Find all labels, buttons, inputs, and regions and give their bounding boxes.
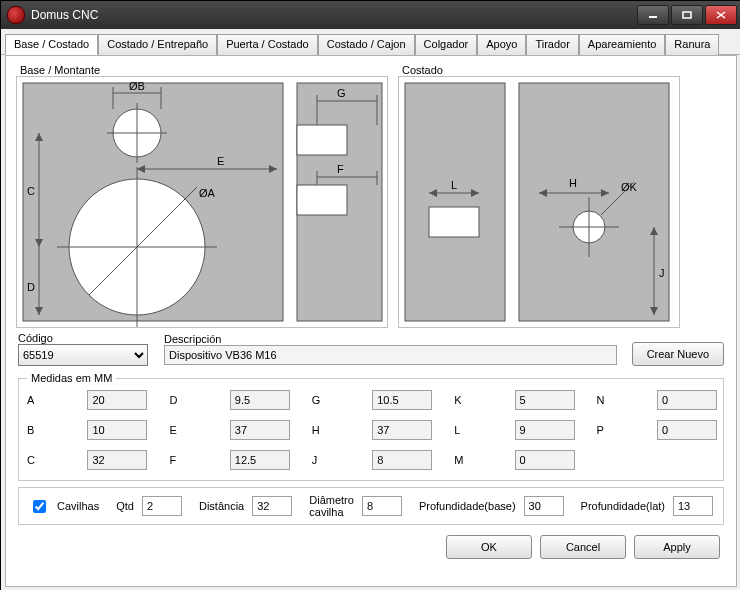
dim-L: L: [451, 179, 457, 191]
diagram-right-label: Costado: [398, 64, 680, 76]
tab-puerta-costado[interactable]: Puerta / Costado: [217, 34, 318, 55]
descripcion-label: Descripción: [164, 333, 626, 345]
cavilhas-checkbox[interactable]: [33, 500, 46, 513]
lbl-D: D: [169, 394, 183, 406]
prof-base-label: Profundidade(base): [419, 500, 516, 512]
dim-F: F: [337, 163, 344, 175]
field-M[interactable]: [515, 450, 575, 470]
ok-button[interactable]: OK: [446, 535, 532, 559]
svg-rect-33: [519, 83, 669, 321]
diagram-left-label: Base / Montante: [16, 64, 388, 76]
medidas-fieldset: Medidas em MM A D G K N B E H L P C F J …: [18, 372, 724, 481]
lbl-K: K: [454, 394, 468, 406]
tab-base-costado[interactable]: Base / Costado: [5, 34, 98, 55]
lbl-L: L: [454, 424, 468, 436]
diagram-costado: Costado L: [398, 64, 680, 328]
lbl-A: A: [27, 394, 41, 406]
cancel-button[interactable]: Cancel: [540, 535, 626, 559]
codigo-select[interactable]: 65519: [18, 344, 148, 366]
tab-apoyo[interactable]: Apoyo: [477, 34, 526, 55]
field-N[interactable]: [657, 390, 717, 410]
lbl-F: F: [169, 454, 183, 466]
qtd-label: Qtd: [116, 500, 134, 512]
dialog-footer: OK Cancel Apply: [12, 525, 730, 567]
lbl-E: E: [169, 424, 183, 436]
cavilhas-row: Cavilhas Qtd Distância Diâmetro cavilha …: [18, 487, 724, 525]
svg-rect-25: [297, 185, 347, 215]
field-J[interactable]: [372, 450, 432, 470]
dim-K: ØK: [621, 181, 638, 193]
code-desc-row: Código 65519 Descripción Crear Nuevo: [12, 332, 730, 366]
dim-H: H: [569, 177, 577, 189]
tab-costado-cajon[interactable]: Costado / Cajon: [318, 34, 415, 55]
codigo-label: Código: [18, 332, 158, 344]
app-window: Domus CNC Base / Costado Costado / Entre…: [0, 0, 740, 590]
field-P[interactable]: [657, 420, 717, 440]
lbl-N: N: [597, 394, 611, 406]
field-C[interactable]: [87, 450, 147, 470]
diagram-left-svg: ØB ØA C D E: [16, 76, 388, 328]
medidas-legend: Medidas em MM: [27, 372, 116, 384]
tab-costado-entrepano[interactable]: Costado / Entrepaño: [98, 34, 217, 55]
dim-A: ØA: [199, 187, 216, 199]
tab-tirador[interactable]: Tirador: [526, 34, 578, 55]
svg-rect-32: [405, 83, 505, 321]
minimize-button[interactable]: [637, 5, 669, 25]
svg-rect-34: [429, 207, 479, 237]
tab-colgador[interactable]: Colgador: [415, 34, 478, 55]
lbl-G: G: [312, 394, 326, 406]
lbl-C: C: [27, 454, 41, 466]
qtd-input[interactable]: [142, 496, 182, 516]
lbl-J: J: [312, 454, 326, 466]
svg-rect-1: [683, 12, 691, 18]
dim-J: J: [659, 267, 665, 279]
apply-button[interactable]: Apply: [634, 535, 720, 559]
lbl-P: P: [597, 424, 611, 436]
window-title: Domus CNC: [31, 8, 98, 22]
prof-lat-label: Profundidade(lat): [581, 500, 665, 512]
diam-input[interactable]: [362, 496, 402, 516]
dim-D: D: [27, 281, 35, 293]
field-B[interactable]: [87, 420, 147, 440]
field-F[interactable]: [230, 450, 290, 470]
medidas-grid: A D G K N B E H L P C F J M: [27, 390, 715, 470]
diagram-right-svg: L H ØK J: [398, 76, 680, 328]
tab-apareamiento[interactable]: Apareamiento: [579, 34, 666, 55]
close-button[interactable]: [705, 5, 737, 25]
diagram-base-montante: Base / Montante: [16, 64, 388, 328]
maximize-button[interactable]: [671, 5, 703, 25]
lbl-M: M: [454, 454, 468, 466]
prof-base-input[interactable]: [524, 496, 564, 516]
cavilhas-label: Cavilhas: [57, 500, 99, 512]
tab-content: Base / Montante: [5, 55, 737, 587]
dist-label: Distância: [199, 500, 244, 512]
field-G[interactable]: [372, 390, 432, 410]
crear-nuevo-button[interactable]: Crear Nuevo: [632, 342, 724, 366]
app-icon: [7, 6, 25, 24]
field-E[interactable]: [230, 420, 290, 440]
field-H[interactable]: [372, 420, 432, 440]
diagram-row: Base / Montante: [12, 60, 730, 328]
dim-C: C: [27, 185, 35, 197]
descripcion-input[interactable]: [164, 345, 617, 365]
diam-label: Diâmetro cavilha: [309, 494, 354, 518]
window-controls: [635, 5, 737, 25]
field-A[interactable]: [87, 390, 147, 410]
titlebar: Domus CNC: [1, 1, 740, 29]
dist-input[interactable]: [252, 496, 292, 516]
field-D[interactable]: [230, 390, 290, 410]
field-L[interactable]: [515, 420, 575, 440]
svg-rect-24: [297, 125, 347, 155]
dim-B: ØB: [129, 80, 145, 92]
tab-strip: Base / Costado Costado / Entrepaño Puert…: [1, 29, 740, 55]
dim-G: G: [337, 87, 346, 99]
tab-ranura[interactable]: Ranura: [665, 34, 719, 55]
dim-E: E: [217, 155, 224, 167]
field-K[interactable]: [515, 390, 575, 410]
prof-lat-input[interactable]: [673, 496, 713, 516]
lbl-B: B: [27, 424, 41, 436]
lbl-H: H: [312, 424, 326, 436]
